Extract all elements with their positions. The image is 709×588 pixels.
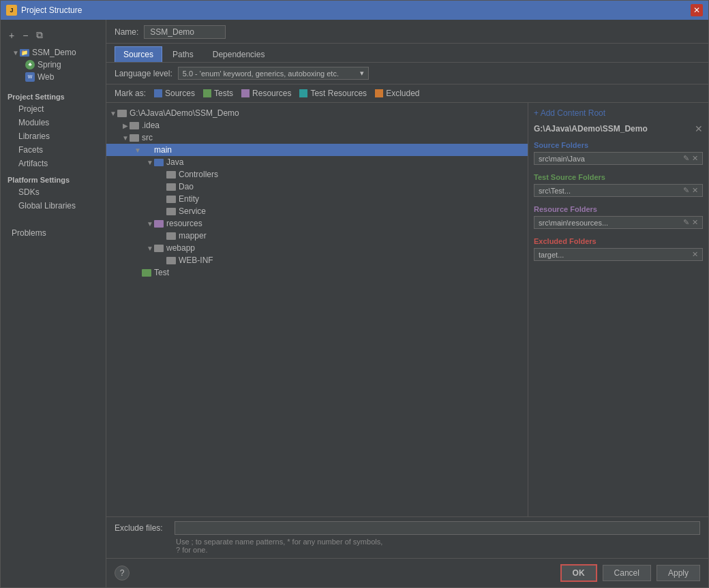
remove-module-button[interactable]: − — [20, 29, 31, 42]
tab-sources[interactable]: Sources — [115, 46, 162, 62]
resources-folder-icon — [154, 220, 164, 228]
mark-test-resources[interactable]: Test Resources — [299, 89, 367, 98]
tree-node-web-inf[interactable]: ▶ WEB-INF — [106, 254, 528, 266]
title-bar: J Project Structure ✕ — [1, 1, 708, 20]
idea-folder-icon — [130, 122, 139, 129]
ok-button[interactable]: OK — [560, 564, 597, 582]
excluded-folder-path-0: target... — [539, 251, 564, 259]
add-module-button[interactable]: + — [6, 29, 17, 42]
tree-node-root[interactable]: ▼ G:\AJava\ADemo\SSM_Demo — [106, 107, 528, 119]
web-icon: W — [25, 72, 35, 82]
close-button[interactable]: ✕ — [691, 4, 703, 16]
resource-folder-edit-0[interactable]: ✎ — [683, 218, 689, 227]
mark-resources-label: Resources — [252, 89, 291, 98]
language-level-label: Language level: — [115, 69, 172, 78]
tree-node-entity[interactable]: ▶ Entity — [106, 193, 528, 205]
content-area: + − ⧉ ▼ 📁 SSM_Demo ♣ Spring W Web — [1, 20, 708, 587]
module-ssm-demo-label: SSM_Demo — [32, 48, 76, 57]
app-icon: J — [6, 5, 17, 16]
language-level-select[interactable]: 5.0 - 'enum' keyword, generics, autoboxi… — [178, 67, 369, 80]
file-tree[interactable]: ▼ G:\AJava\ADemo\SSM_Demo ▶ .idea ▼ — [106, 103, 528, 516]
tree-node-controllers[interactable]: ▶ Controllers — [106, 168, 528, 181]
name-bar: Name: SSM_Demo — [106, 20, 708, 44]
tree-node-mapper[interactable]: ▶ mapper — [106, 230, 528, 242]
test-source-folder-entry-0: src\Test... ✎ ✕ — [534, 184, 703, 197]
add-content-root-button[interactable]: + Add Content Root — [534, 108, 605, 118]
close-panel-button[interactable]: ✕ — [695, 123, 703, 134]
tree-node-dao[interactable]: ▶ Dao — [106, 181, 528, 193]
source-folder-remove-0[interactable]: ✕ — [692, 154, 698, 163]
excluded-folders-section: Excluded Folders target... ✕ — [534, 237, 703, 261]
webapp-label: webapp — [166, 243, 195, 253]
spring-icon: ♣ — [25, 60, 35, 69]
mark-tests[interactable]: Tests — [203, 89, 233, 98]
test-folder-remove-0[interactable]: ✕ — [692, 186, 698, 195]
source-folder-entry-0: src\main\Java ✎ ✕ — [534, 152, 703, 165]
test-label: Test — [154, 268, 169, 277]
idea-label: .idea — [142, 121, 160, 130]
dialog-footer: ? OK Cancel Apply — [106, 558, 708, 587]
sidebar-item-artifacts[interactable]: Artifacts — [1, 157, 106, 170]
dao-label: Dao — [179, 182, 194, 191]
excluded-folder-remove-0[interactable]: ✕ — [692, 250, 698, 259]
java-label: Java — [166, 157, 183, 167]
tree-node-resources[interactable]: ▼ resources — [106, 217, 528, 230]
test-source-folder-path-0: src\Test... — [539, 187, 571, 195]
sidebar-item-global-libraries[interactable]: Global Libraries — [1, 199, 106, 213]
java-folder-icon — [154, 159, 164, 166]
window-title: Project Structure — [21, 5, 691, 15]
sidebar-item-sdks[interactable]: SDKs — [1, 185, 106, 199]
mark-sources[interactable]: Sources — [154, 89, 195, 98]
sidebar-item-problems[interactable]: Problems — [1, 226, 106, 240]
controllers-label: Controllers — [179, 170, 218, 179]
resources-color-dot — [241, 89, 250, 97]
tree-node-src[interactable]: ▼ src — [106, 131, 528, 144]
tree-node-service[interactable]: ▶ Service — [106, 205, 528, 217]
exclude-files-input[interactable] — [175, 521, 700, 535]
tree-node-test[interactable]: ▶ Test — [106, 266, 528, 279]
tab-dependencies[interactable]: Dependencies — [204, 46, 274, 62]
tests-color-dot — [203, 89, 211, 97]
src-label: src — [142, 133, 153, 142]
main-label: main — [154, 145, 172, 155]
mark-sources-label: Sources — [165, 89, 195, 98]
tree-node-java[interactable]: ▼ Java — [106, 156, 528, 168]
mark-excluded[interactable]: Excluded — [375, 89, 419, 98]
entity-label: Entity — [179, 194, 199, 204]
help-button[interactable]: ? — [115, 566, 130, 581]
sidebar-item-libraries[interactable]: Libraries — [1, 129, 106, 143]
tree-node-main[interactable]: ▼ main — [106, 144, 528, 156]
resource-folders-title: Resource Folders — [534, 205, 703, 213]
main-folder-icon — [142, 146, 151, 154]
apply-button[interactable]: Apply — [657, 565, 700, 581]
test-folder-edit-0[interactable]: ✎ — [683, 186, 689, 195]
root-path-label: G:\AJava\ADemo\SSM_Demo — [130, 108, 239, 118]
resource-folder-remove-0[interactable]: ✕ — [692, 218, 698, 227]
tree-node-idea[interactable]: ▶ .idea — [106, 119, 528, 131]
resource-folders-section: Resource Folders src\main\resources... ✎… — [534, 205, 703, 229]
sidebar-item-facets[interactable]: Facets — [1, 143, 106, 157]
sidebar-item-project[interactable]: Project — [1, 102, 106, 116]
mark-resources[interactable]: Resources — [241, 89, 291, 98]
project-settings-header: Project Settings — [1, 89, 106, 102]
mark-tests-label: Tests — [214, 89, 233, 98]
tab-paths[interactable]: Paths — [164, 46, 202, 62]
module-tree-root[interactable]: ▼ 📁 SSM_Demo — [6, 46, 106, 59]
module-web[interactable]: W Web — [6, 71, 106, 83]
test-source-folder-actions-0: ✎ ✕ — [683, 186, 698, 195]
excluded-folders-title: Excluded Folders — [534, 237, 703, 245]
resources-label: resources — [166, 219, 202, 228]
sidebar-item-modules[interactable]: Modules — [1, 116, 106, 129]
main-area: Name: SSM_Demo Sources Paths Dependencie… — [106, 20, 708, 587]
source-folder-actions-0: ✎ ✕ — [683, 154, 698, 163]
cancel-button[interactable]: Cancel — [603, 565, 651, 581]
module-spring[interactable]: ♣ Spring — [6, 59, 106, 71]
mapper-label: mapper — [179, 231, 207, 241]
webinf-folder-icon — [166, 257, 176, 264]
tree-node-webapp[interactable]: ▼ webapp — [106, 242, 528, 254]
spring-label: Spring — [37, 60, 61, 69]
sources-color-dot — [154, 89, 162, 97]
copy-module-button[interactable]: ⧉ — [33, 28, 46, 42]
mark-as-bar: Mark as: Sources Tests Resources Test Re… — [106, 84, 708, 103]
source-folder-edit-0[interactable]: ✎ — [683, 154, 689, 163]
